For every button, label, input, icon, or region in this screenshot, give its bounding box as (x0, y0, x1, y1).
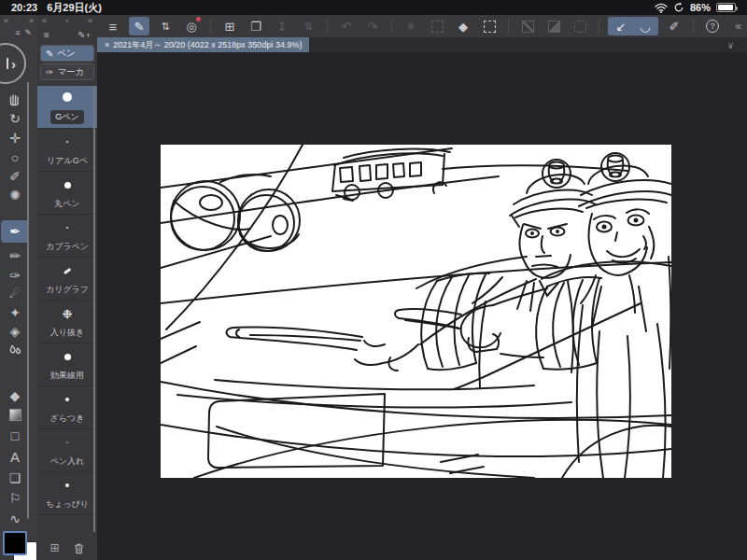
tool-fill[interactable]: ◆ (0, 386, 30, 405)
brush-tip-preview (64, 182, 71, 189)
subtool-item-real-g-pen[interactable]: リアルGペ (37, 129, 97, 172)
tool-auto-select[interactable]: ✺ (0, 186, 30, 204)
tool-balloon[interactable]: ❏ (0, 469, 30, 487)
tab-list-chevron[interactable]: ∨ (727, 40, 734, 50)
snap-special-ruler-button[interactable]: ◡ (635, 17, 655, 35)
trash-icon[interactable] (73, 542, 85, 554)
battery-icon (716, 3, 736, 12)
snap-ruler-button[interactable]: ↙ (611, 17, 631, 35)
toolbar-divider (391, 19, 392, 34)
drawing-canvas-page[interactable] (161, 145, 671, 478)
tool-stroke-correct[interactable]: ∿ (0, 510, 30, 528)
deselect-button[interactable] (427, 17, 447, 35)
new-canvas-button[interactable]: ⊞ (219, 17, 240, 35)
brush-tip-preview: ❉ (63, 308, 73, 320)
subtool-list: Gペン リアルGペ 丸ペン カブラペン カリグラフ ❉ 入り抜き (37, 86, 97, 515)
brush-tip-preview (63, 268, 71, 274)
subtool-palette: « ‹ » ≡ ✎+ ✎ ペン ✑ マーカ Gペン リアルGペ (37, 15, 97, 560)
toolbar-divider (693, 19, 694, 34)
tool-brush[interactable]: ✑ (0, 266, 30, 285)
subtool-expand-icon[interactable]: » (88, 16, 92, 26)
subtool-item-g-pen[interactable]: Gペン (37, 86, 97, 129)
subtool-item-turnip-pen[interactable]: カブラペン (37, 215, 97, 258)
subtool-collapse-icon[interactable]: « (42, 16, 47, 26)
refresh-button[interactable]: ✳ (401, 17, 421, 35)
pen-tab-label: ペン (57, 48, 75, 60)
subtool-item-effect-line[interactable]: 効果線用 (37, 343, 97, 386)
command-bar: ≡ ✎ ⇅ ◎ ⊞ ❐ ↧ ⇅ ↶ ↷ ✳ ◆ ↙ ◡ ✐ ? « (97, 15, 747, 37)
subtool-item-in-out-pen[interactable]: ❉ 入り抜き (37, 301, 97, 343)
tool-pen-mode-button[interactable]: ✎ (129, 17, 149, 35)
snap-vanishing-button[interactable]: ✐ (664, 17, 684, 35)
close-tab-icon[interactable]: × (105, 40, 109, 49)
subtool-item-calligraphy[interactable]: カリグラフ (37, 258, 97, 301)
expand-tool-button[interactable]: ⇅ (155, 17, 176, 35)
invert-selection-button[interactable] (543, 17, 564, 35)
clear-selection-icon (522, 21, 534, 33)
tool-lasso[interactable]: ○ (0, 148, 30, 167)
tool-blend[interactable] (0, 341, 30, 359)
tool-rotate[interactable]: ↻ (0, 109, 30, 128)
subtool-item-inking[interactable]: ペン入れ (37, 429, 97, 472)
menu-button[interactable]: ≡ (103, 17, 123, 35)
tool-decoration[interactable]: ✦ (0, 303, 30, 322)
palette-menu-icon[interactable]: ≡ (15, 28, 20, 37)
open-file-button[interactable]: ❐ (246, 17, 266, 35)
expand-panel-icon[interactable]: » (29, 16, 34, 25)
canvas-workspace[interactable] (97, 52, 747, 560)
subtool-detail-button[interactable]: ◎ (181, 17, 202, 35)
collapse-toolbar-button[interactable]: « (735, 20, 741, 33)
subtool-prev-icon[interactable]: ‹ (66, 16, 69, 26)
brush-tip-preview (64, 354, 71, 360)
selection-border-button[interactable] (570, 17, 590, 35)
expand-file-button[interactable]: ⇅ (298, 17, 318, 35)
tool-eyedropper[interactable]: ✐ (0, 167, 30, 186)
status-bar: 20:23 6月29日(火) 86% (0, 0, 747, 15)
tool-move[interactable]: ✛ (0, 129, 30, 147)
subtool-item-rough[interactable]: ざらつき (37, 386, 97, 429)
subtool-item-choppy[interactable]: ちょっぴり (37, 472, 97, 515)
tool-eraser[interactable]: ◈ (0, 322, 30, 341)
brush-tip-preview (65, 483, 69, 487)
tool-airbrush[interactable]: ☄ (0, 284, 30, 302)
notification-dot (196, 17, 201, 21)
transform-frame-button[interactable] (479, 17, 500, 35)
main-color-swatch[interactable] (3, 531, 27, 555)
subtool-label: カブラペン (46, 241, 89, 253)
tool-text[interactable]: A (0, 447, 30, 466)
fill-button[interactable]: ◆ (453, 17, 473, 35)
subtool-group-tab-pen[interactable]: ✎ ペン (40, 45, 94, 62)
collapse-panel-icon[interactable]: « (4, 16, 8, 25)
tool-palette-scrollbar[interactable] (27, 82, 29, 519)
subtool-label: リアルGペ (47, 155, 88, 167)
tool-figure[interactable]: □ (0, 427, 30, 445)
tool-hand[interactable] (0, 90, 30, 108)
duplicate-subtool-button[interactable]: ⊞ (49, 541, 59, 554)
snap-button-group: ↙ ◡ (608, 17, 658, 35)
date: 6月29日(火) (47, 1, 102, 15)
subtool-label: Gペン (50, 110, 83, 124)
help-button[interactable]: ? (702, 17, 723, 35)
document-title: 2021年4月～ 20/20 (4022 x 2518px 350dpi 34.… (113, 39, 302, 51)
clear-selection-button[interactable] (517, 17, 538, 35)
redo-button[interactable]: ↷ (362, 17, 383, 35)
subtool-label: 丸ペン (54, 198, 79, 210)
tool-line-correct[interactable]: ⚐ (0, 489, 30, 508)
save-button[interactable]: ↧ (272, 17, 292, 35)
subtool-item-round-pen[interactable]: 丸ペン (37, 172, 97, 215)
tool-pen-selected[interactable]: ✒ (1, 220, 29, 243)
toolbar-divider (210, 19, 211, 34)
document-tab[interactable]: × 2021年4月～ 20/20 (4022 x 2518px 350dpi 3… (97, 37, 309, 52)
marker-tab-label: マーカ (57, 66, 84, 78)
tool-pencil[interactable]: ✏ (0, 246, 30, 265)
subtool-scrollbar[interactable] (93, 86, 95, 532)
tool-gradient[interactable] (0, 405, 30, 424)
subtool-label: ペン入れ (50, 455, 85, 468)
subtool-group-tab-marker[interactable]: ✑ マーカ (40, 63, 94, 80)
subtool-add-icon[interactable]: ✎+ (78, 30, 91, 40)
blend-drops-icon (7, 343, 22, 357)
clip-studio-paint-screen: 20:23 6月29日(火) 86% ≡ ✎ ⇅ ◎ (0, 0, 747, 560)
subtool-menu-icon[interactable]: ≡ (44, 30, 49, 40)
subtool-label: 入り抜き (50, 327, 84, 339)
undo-button[interactable]: ↶ (336, 17, 357, 35)
